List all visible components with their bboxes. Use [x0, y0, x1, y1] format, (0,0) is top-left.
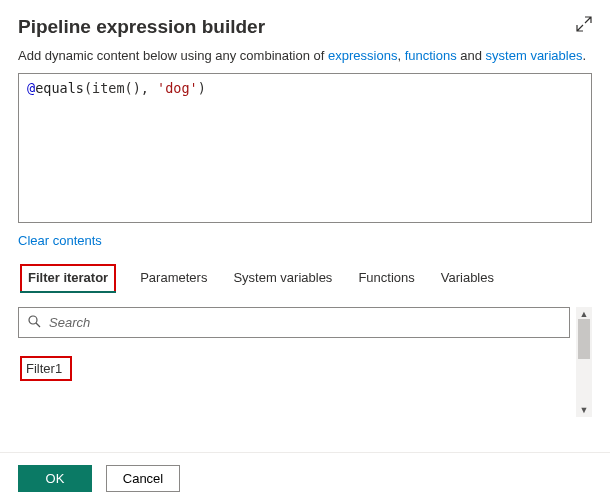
subtitle-suffix: . [582, 48, 586, 63]
scroll-track[interactable] [576, 319, 592, 405]
footer: OK Cancel [0, 452, 610, 492]
system-variables-link[interactable]: system variables [486, 48, 583, 63]
svg-line-1 [36, 323, 40, 327]
subtitle: Add dynamic content below using any comb… [18, 48, 592, 63]
cancel-button[interactable]: Cancel [106, 465, 180, 492]
scroll-down-icon[interactable]: ▼ [580, 405, 589, 415]
content-panel: Filter1 ▲ ▼ [18, 307, 592, 417]
subtitle-sep: and [457, 48, 486, 63]
tab-functions[interactable]: Functions [356, 264, 416, 293]
functions-link[interactable]: functions [405, 48, 457, 63]
expression-editor[interactable]: @equals(item(), 'dog') [18, 73, 592, 223]
subtitle-text: Add dynamic content below using any comb… [18, 48, 328, 63]
scroll-thumb[interactable] [578, 319, 590, 359]
svg-point-0 [29, 316, 37, 324]
subtitle-sep: , [397, 48, 404, 63]
clear-contents-link[interactable]: Clear contents [18, 233, 102, 248]
editor-string: 'dog' [157, 80, 198, 96]
expand-icon[interactable] [576, 16, 592, 37]
scrollbar[interactable]: ▲ ▼ [576, 307, 592, 417]
editor-paren: ) [198, 80, 206, 96]
editor-fn: equals [35, 80, 84, 96]
tab-system-variables[interactable]: System variables [231, 264, 334, 293]
tabs: Filter iterator Parameters System variab… [18, 264, 592, 293]
tab-variables[interactable]: Variables [439, 264, 496, 293]
editor-paren: ( [84, 80, 92, 96]
editor-item: item() [92, 80, 141, 96]
ok-button[interactable]: OK [18, 465, 92, 492]
result-item-filter1[interactable]: Filter1 [20, 356, 72, 381]
page-title: Pipeline expression builder [18, 16, 265, 38]
scroll-up-icon[interactable]: ▲ [580, 309, 589, 319]
search-input[interactable] [18, 307, 570, 338]
editor-comma: , [141, 80, 157, 96]
search-icon [28, 315, 41, 331]
tab-parameters[interactable]: Parameters [138, 264, 209, 293]
tab-filter-iterator[interactable]: Filter iterator [20, 264, 116, 293]
expressions-link[interactable]: expressions [328, 48, 397, 63]
editor-at: @ [27, 80, 35, 96]
